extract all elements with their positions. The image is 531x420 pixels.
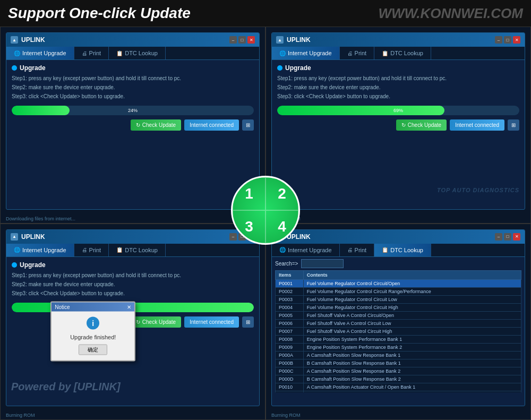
tab-dtc-2[interactable]: 📋 DTC Lookup — [374, 47, 431, 59]
progress-fill-1 — [12, 106, 70, 115]
tab-internet-upgrade-1[interactable]: 🌐 Internet Upgrade — [6, 47, 74, 59]
quadrant-1: ▲ UPLINK – □ ✕ 🌐 Internet Upgrade 🖨 Prin… — [0, 27, 266, 224]
dtc-search-bar: Search=> — [272, 257, 525, 270]
dtc-row[interactable]: P000BB Camshaft Position Slow Response B… — [276, 359, 521, 367]
search-label: Search=> — [275, 261, 298, 267]
status-text-1: Downloading files from internet... — [6, 216, 75, 221]
maximize-btn-2[interactable]: □ — [504, 36, 511, 44]
window-content-1: Upgrade Step1: press any key (except pow… — [6, 60, 259, 135]
quadrant-2: ▲ UPLINK – □ ✕ 🌐 Internet Upgrade 🖨 Prin… — [266, 27, 531, 224]
progress-bar-2: 69% — [277, 106, 519, 115]
tab-print-3[interactable]: 🖨 Print — [74, 244, 109, 256]
app-title-1: UPLINK — [21, 36, 45, 44]
tab-dtc-4[interactable]: 📋 DTC Lookup — [374, 244, 431, 256]
dtc-row[interactable]: P0006Fuel Shutoff Valve A Control Circui… — [276, 319, 521, 327]
dtc-row[interactable]: P0004Fuel Volume Regulator Control Circu… — [276, 303, 521, 311]
close-btn-4[interactable]: ✕ — [513, 233, 520, 241]
dtc-table: Items Contents P0001Fuel Volume Regulato… — [275, 270, 521, 392]
status-text-3: Burning ROM — [6, 413, 35, 418]
screen-btn-1[interactable]: ⊞ — [242, 119, 254, 131]
tabs-2: 🌐 Internet Upgrade 🖨 Print 📋 DTC Lookup — [272, 47, 525, 60]
upgrade-dot-3 — [12, 262, 17, 268]
step1-2: Step1: press any key (except power butto… — [277, 75, 519, 82]
tab-dtc-3[interactable]: 📋 DTC Lookup — [109, 244, 166, 256]
internet-connected-btn-3[interactable]: Internet connected — [184, 316, 239, 328]
notice-titlebar: Notice ✕ — [52, 303, 134, 312]
app-title-3: UPLINK — [21, 233, 45, 241]
app-icon-3: ▲ — [11, 233, 18, 241]
step3-1: Step3: click <Check Update> button to up… — [12, 93, 254, 100]
tabs-3: 🌐 Internet Upgrade 🖨 Print 📋 DTC Lookup — [6, 244, 259, 257]
screen-btn-3[interactable]: ⊞ — [242, 316, 254, 328]
quadrant-4: ▲ UPLINK – □ ✕ 🌐 Internet Upgrade 🖨 Prin… — [266, 224, 531, 421]
close-btn-1[interactable]: ✕ — [247, 36, 255, 44]
search-input[interactable] — [301, 259, 344, 268]
step2-1: Step2: make sure the device enter upqrad… — [12, 84, 254, 91]
dtc-row[interactable]: P000CA Camshaft Position Slow Response B… — [276, 367, 521, 375]
dtc-row[interactable]: P000AA Camshaft Position Slow Response B… — [276, 351, 521, 359]
upgrade-title-3: Upgrade — [12, 261, 254, 269]
col-contents: Contents — [303, 270, 521, 279]
tab-print-4[interactable]: 🖨 Print — [340, 244, 375, 256]
dtc-row[interactable]: P0002Fuel Volume Regulator Control Circu… — [276, 287, 521, 295]
top-banner: Support One-click Update WWW.KONNWEI.COM — [0, 0, 531, 27]
col-items: Items — [276, 270, 304, 279]
step1-3: Step1: press any key (except power butto… — [12, 272, 254, 279]
notice-body: i Upgrade finished! 确定 — [52, 312, 134, 361]
dtc-row[interactable]: P0011A Camshaft Position Timing Over-Adv… — [276, 391, 521, 392]
minimize-btn-2[interactable]: – — [495, 36, 502, 44]
upgrade-title-1: Upgrade — [12, 64, 254, 72]
window-controls-4: – □ ✕ — [495, 233, 520, 241]
step3-2: Step3: click <Check Update> button to up… — [277, 93, 519, 100]
btn-row-1: ↻ Check Update Internet connected ⊞ — [12, 119, 254, 131]
check-update-btn-3[interactable]: ↻ Check Update — [131, 316, 181, 328]
dtc-row[interactable]: P0009Engine Position System Performance … — [276, 343, 521, 351]
internet-connected-btn-1[interactable]: Internet connected — [184, 119, 239, 131]
app-title-2: UPLINK — [287, 36, 311, 44]
dtc-row[interactable]: P0003Fuel Volume Regulator Control Circu… — [276, 295, 521, 303]
window-controls-2: – □ ✕ — [495, 36, 520, 44]
upgrade-dot-1 — [12, 65, 17, 71]
notice-ok-btn[interactable]: 确定 — [79, 345, 107, 355]
step3-3: Step3: click <Check Update> button to up… — [12, 290, 254, 297]
maximize-btn-4[interactable]: □ — [504, 233, 511, 241]
notice-message: Upgrade finished! — [70, 334, 116, 340]
dtc-row[interactable]: P0007Fuel Shutoff Valve A Control Circui… — [276, 327, 521, 335]
uplink-window-4: ▲ UPLINK – □ ✕ 🌐 Internet Upgrade 🖨 Prin… — [271, 229, 525, 407]
uplink-window-1: ▲ UPLINK – □ ✕ 🌐 Internet Upgrade 🖨 Prin… — [6, 32, 260, 210]
internet-connected-btn-2[interactable]: Internet connected — [450, 119, 504, 131]
tab-internet-upgrade-4[interactable]: 🌐 Internet Upgrade — [272, 244, 340, 256]
window-controls-1: – □ ✕ — [229, 36, 255, 44]
dtc-row[interactable]: P0010A Camshaft Position Actuator Circui… — [276, 383, 521, 391]
close-btn-2[interactable]: ✕ — [513, 36, 520, 44]
maximize-btn-1[interactable]: □ — [238, 36, 246, 44]
tab-dtc-1[interactable]: 📋 DTC Lookup — [109, 47, 166, 59]
dtc-table-container: Items Contents P0001Fuel Volume Regulato… — [272, 270, 525, 392]
check-update-btn-2[interactable]: ↻ Check Update — [396, 119, 447, 131]
tab-print-1[interactable]: 🖨 Print — [74, 47, 109, 59]
upgrade-title-2: Upgrade — [277, 64, 519, 72]
check-update-btn-1[interactable]: ↻ Check Update — [131, 119, 181, 131]
app-icon-2: ▲ — [276, 36, 284, 44]
minimize-btn-4[interactable]: – — [495, 233, 502, 241]
upgrade-dot-2 — [277, 65, 282, 71]
titlebar-1: ▲ UPLINK – □ ✕ — [6, 33, 259, 47]
screen-btn-2[interactable]: ⊞ — [508, 119, 519, 131]
tab-print-2[interactable]: 🖨 Print — [340, 47, 375, 59]
dtc-row[interactable]: P0005Fuel Shutoff Valve A Control Circui… — [276, 311, 521, 319]
tab-internet-upgrade-3[interactable]: 🌐 Internet Upgrade — [6, 244, 74, 256]
notice-close-btn[interactable]: ✕ — [127, 304, 131, 310]
quadrant-3: ▲ UPLINK – □ ✕ 🌐 Internet Upgrade 🖨 Prin… — [0, 224, 266, 421]
titlebar-4: ▲ UPLINK – □ ✕ — [272, 230, 525, 244]
minimize-btn-1[interactable]: – — [229, 36, 237, 44]
tab-internet-upgrade-2[interactable]: 🌐 Internet Upgrade — [272, 47, 340, 59]
dtc-row[interactable]: P0008Engine Position System Performance … — [276, 335, 521, 343]
dtc-row[interactable]: P0001Fuel Volume Regulator Control Circu… — [276, 279, 521, 287]
notice-info-icon: i — [87, 317, 99, 330]
minimize-btn-3[interactable]: – — [229, 233, 237, 241]
progress-fill-2 — [277, 106, 444, 115]
tabs-4: 🌐 Internet Upgrade 🖨 Print 📋 DTC Lookup — [272, 244, 525, 257]
step2-2: Step2: make sure the device enter upqrad… — [277, 84, 519, 91]
dtc-row[interactable]: P000DB Camshaft Position Slow Response B… — [276, 375, 521, 383]
titlebar-2: ▲ UPLINK – □ ✕ — [272, 33, 525, 47]
